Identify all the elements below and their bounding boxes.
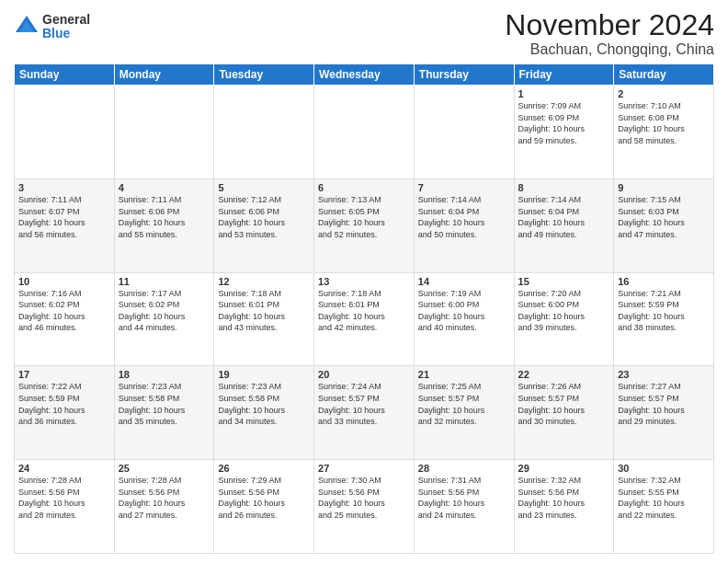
logo-icon bbox=[14, 14, 40, 40]
day-info: Sunrise: 7:09 AM Sunset: 6:09 PM Dayligh… bbox=[518, 100, 610, 146]
calendar-day-cell: 5Sunrise: 7:12 AM Sunset: 6:06 PM Daylig… bbox=[214, 178, 314, 272]
calendar-day-header: Saturday bbox=[614, 64, 714, 86]
calendar-day-cell: 21Sunrise: 7:25 AM Sunset: 5:57 PM Dayli… bbox=[414, 366, 514, 460]
calendar-week-row: 24Sunrise: 7:28 AM Sunset: 5:56 PM Dayli… bbox=[15, 460, 714, 554]
day-info: Sunrise: 7:20 AM Sunset: 6:00 PM Dayligh… bbox=[518, 288, 610, 334]
calendar-day-cell: 29Sunrise: 7:32 AM Sunset: 5:56 PM Dayli… bbox=[514, 460, 614, 554]
calendar-day-header: Sunday bbox=[15, 64, 115, 86]
calendar-day-cell bbox=[15, 86, 115, 179]
calendar-day-cell: 16Sunrise: 7:21 AM Sunset: 5:59 PM Dayli… bbox=[614, 272, 714, 366]
day-number: 12 bbox=[218, 276, 310, 287]
day-info: Sunrise: 7:14 AM Sunset: 6:04 PM Dayligh… bbox=[418, 194, 510, 240]
calendar-day-cell: 22Sunrise: 7:26 AM Sunset: 5:57 PM Dayli… bbox=[514, 366, 614, 460]
day-number: 2 bbox=[618, 88, 710, 99]
calendar-day-cell: 14Sunrise: 7:19 AM Sunset: 6:00 PM Dayli… bbox=[414, 272, 514, 366]
day-number: 14 bbox=[418, 276, 510, 287]
day-number: 1 bbox=[518, 88, 610, 99]
calendar-week-row: 10Sunrise: 7:16 AM Sunset: 6:02 PM Dayli… bbox=[15, 272, 714, 366]
day-info: Sunrise: 7:25 AM Sunset: 5:57 PM Dayligh… bbox=[418, 381, 510, 427]
calendar-day-cell: 19Sunrise: 7:23 AM Sunset: 5:58 PM Dayli… bbox=[214, 366, 314, 460]
day-number: 8 bbox=[518, 182, 610, 193]
calendar-day-cell bbox=[114, 86, 214, 179]
day-info: Sunrise: 7:18 AM Sunset: 6:01 PM Dayligh… bbox=[318, 288, 410, 334]
day-number: 26 bbox=[218, 463, 310, 474]
calendar-day-header: Tuesday bbox=[214, 64, 314, 86]
day-info: Sunrise: 7:27 AM Sunset: 5:57 PM Dayligh… bbox=[618, 381, 710, 427]
calendar-day-cell: 30Sunrise: 7:32 AM Sunset: 5:55 PM Dayli… bbox=[614, 460, 714, 554]
calendar-day-cell: 10Sunrise: 7:16 AM Sunset: 6:02 PM Dayli… bbox=[15, 272, 115, 366]
logo-general: General bbox=[42, 13, 90, 27]
day-info: Sunrise: 7:13 AM Sunset: 6:05 PM Dayligh… bbox=[318, 194, 410, 240]
calendar-day-cell: 12Sunrise: 7:18 AM Sunset: 6:01 PM Dayli… bbox=[214, 272, 314, 366]
day-info: Sunrise: 7:16 AM Sunset: 6:02 PM Dayligh… bbox=[18, 288, 110, 334]
day-number: 27 bbox=[318, 463, 410, 474]
page: General Blue November 2024 Bachuan, Chon… bbox=[0, 0, 728, 563]
calendar-day-header: Friday bbox=[514, 64, 614, 86]
day-number: 10 bbox=[18, 276, 110, 287]
day-number: 11 bbox=[119, 276, 210, 287]
calendar-day-cell: 15Sunrise: 7:20 AM Sunset: 6:00 PM Dayli… bbox=[514, 272, 614, 366]
calendar-day-cell: 25Sunrise: 7:28 AM Sunset: 5:56 PM Dayli… bbox=[114, 460, 214, 554]
day-info: Sunrise: 7:30 AM Sunset: 5:56 PM Dayligh… bbox=[318, 475, 410, 521]
calendar-day-cell: 1Sunrise: 7:09 AM Sunset: 6:09 PM Daylig… bbox=[514, 86, 614, 179]
calendar-day-cell: 11Sunrise: 7:17 AM Sunset: 6:02 PM Dayli… bbox=[114, 272, 214, 366]
day-number: 17 bbox=[18, 369, 110, 380]
day-number: 25 bbox=[119, 463, 210, 474]
day-info: Sunrise: 7:28 AM Sunset: 5:56 PM Dayligh… bbox=[18, 475, 110, 521]
day-number: 28 bbox=[418, 463, 510, 474]
day-info: Sunrise: 7:29 AM Sunset: 5:56 PM Dayligh… bbox=[218, 475, 310, 521]
calendar-table: SundayMondayTuesdayWednesdayThursdayFrid… bbox=[14, 63, 714, 554]
day-number: 23 bbox=[618, 369, 710, 380]
calendar-day-cell: 26Sunrise: 7:29 AM Sunset: 5:56 PM Dayli… bbox=[214, 460, 314, 554]
calendar-day-cell: 23Sunrise: 7:27 AM Sunset: 5:57 PM Dayli… bbox=[614, 366, 714, 460]
day-info: Sunrise: 7:32 AM Sunset: 5:56 PM Dayligh… bbox=[518, 475, 610, 521]
logo: General Blue bbox=[14, 13, 90, 41]
day-number: 21 bbox=[418, 369, 510, 380]
location-subtitle: Bachuan, Chongqing, China bbox=[505, 41, 714, 58]
day-number: 13 bbox=[318, 276, 410, 287]
calendar-day-cell: 24Sunrise: 7:28 AM Sunset: 5:56 PM Dayli… bbox=[15, 460, 115, 554]
day-number: 7 bbox=[418, 182, 510, 193]
calendar-day-cell: 2Sunrise: 7:10 AM Sunset: 6:08 PM Daylig… bbox=[614, 86, 714, 179]
day-info: Sunrise: 7:19 AM Sunset: 6:00 PM Dayligh… bbox=[418, 288, 510, 334]
calendar-header-row: SundayMondayTuesdayWednesdayThursdayFrid… bbox=[15, 64, 714, 86]
header: General Blue November 2024 Bachuan, Chon… bbox=[14, 9, 714, 58]
day-info: Sunrise: 7:11 AM Sunset: 6:07 PM Dayligh… bbox=[18, 194, 110, 240]
month-title: November 2024 bbox=[505, 9, 714, 41]
day-info: Sunrise: 7:21 AM Sunset: 5:59 PM Dayligh… bbox=[618, 288, 710, 334]
calendar-day-cell: 8Sunrise: 7:14 AM Sunset: 6:04 PM Daylig… bbox=[514, 178, 614, 272]
logo-text: General Blue bbox=[42, 13, 90, 41]
day-info: Sunrise: 7:26 AM Sunset: 5:57 PM Dayligh… bbox=[518, 381, 610, 427]
day-number: 4 bbox=[119, 182, 210, 193]
day-number: 9 bbox=[618, 182, 710, 193]
day-info: Sunrise: 7:14 AM Sunset: 6:04 PM Dayligh… bbox=[518, 194, 610, 240]
day-info: Sunrise: 7:18 AM Sunset: 6:01 PM Dayligh… bbox=[218, 288, 310, 334]
day-info: Sunrise: 7:10 AM Sunset: 6:08 PM Dayligh… bbox=[618, 100, 710, 146]
day-number: 22 bbox=[518, 369, 610, 380]
calendar-day-header: Thursday bbox=[414, 64, 514, 86]
calendar-day-cell: 20Sunrise: 7:24 AM Sunset: 5:57 PM Dayli… bbox=[314, 366, 415, 460]
day-number: 20 bbox=[318, 369, 410, 380]
day-info: Sunrise: 7:32 AM Sunset: 5:55 PM Dayligh… bbox=[618, 475, 710, 521]
day-info: Sunrise: 7:28 AM Sunset: 5:56 PM Dayligh… bbox=[119, 475, 210, 521]
day-info: Sunrise: 7:12 AM Sunset: 6:06 PM Dayligh… bbox=[218, 194, 310, 240]
calendar-day-cell: 3Sunrise: 7:11 AM Sunset: 6:07 PM Daylig… bbox=[15, 178, 115, 272]
calendar-day-cell: 28Sunrise: 7:31 AM Sunset: 5:56 PM Dayli… bbox=[414, 460, 514, 554]
day-info: Sunrise: 7:11 AM Sunset: 6:06 PM Dayligh… bbox=[119, 194, 210, 240]
calendar-day-cell: 7Sunrise: 7:14 AM Sunset: 6:04 PM Daylig… bbox=[414, 178, 514, 272]
calendar-day-header: Wednesday bbox=[314, 64, 415, 86]
calendar-week-row: 17Sunrise: 7:22 AM Sunset: 5:59 PM Dayli… bbox=[15, 366, 714, 460]
day-info: Sunrise: 7:23 AM Sunset: 5:58 PM Dayligh… bbox=[119, 381, 210, 427]
day-info: Sunrise: 7:22 AM Sunset: 5:59 PM Dayligh… bbox=[18, 381, 110, 427]
calendar-day-cell bbox=[314, 86, 415, 179]
calendar-week-row: 1Sunrise: 7:09 AM Sunset: 6:09 PM Daylig… bbox=[15, 86, 714, 179]
calendar-day-cell: 13Sunrise: 7:18 AM Sunset: 6:01 PM Dayli… bbox=[314, 272, 415, 366]
calendar-day-cell: 4Sunrise: 7:11 AM Sunset: 6:06 PM Daylig… bbox=[114, 178, 214, 272]
calendar-day-cell: 27Sunrise: 7:30 AM Sunset: 5:56 PM Dayli… bbox=[314, 460, 415, 554]
calendar-day-cell bbox=[214, 86, 314, 179]
day-number: 15 bbox=[518, 276, 610, 287]
day-number: 29 bbox=[518, 463, 610, 474]
day-number: 30 bbox=[618, 463, 710, 474]
calendar-day-cell: 6Sunrise: 7:13 AM Sunset: 6:05 PM Daylig… bbox=[314, 178, 415, 272]
calendar-day-cell: 9Sunrise: 7:15 AM Sunset: 6:03 PM Daylig… bbox=[614, 178, 714, 272]
